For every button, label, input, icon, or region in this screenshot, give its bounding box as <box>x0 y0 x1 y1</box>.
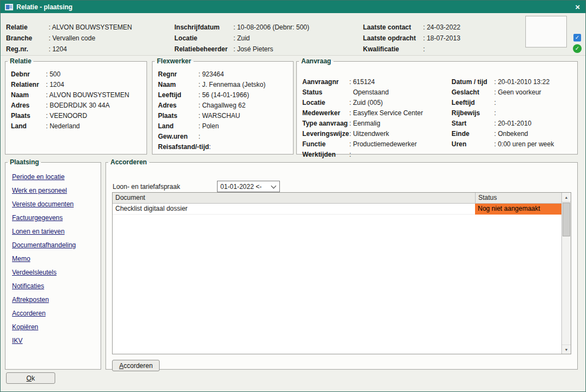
field-row: Kwalificatie: <box>363 44 460 55</box>
fieldset-plaatsing: Plaatsing Periode en locatie Werk en per… <box>5 158 101 370</box>
field-value: : José Pieters <box>233 44 273 55</box>
field-label: Uren <box>452 139 494 150</box>
nav-link-memo[interactable]: Memo <box>12 252 101 266</box>
nav-link-kopieren[interactable]: Kopiëren <box>12 320 101 334</box>
field-label: Naam <box>11 90 46 100</box>
field-value: : Zuid <box>233 33 250 44</box>
field-value: : 10-08-2006 (Debnr: 500) <box>233 22 309 33</box>
field-label: Kwalificatie <box>363 44 423 55</box>
fieldset-legend-aanvraag: Aanvraag <box>299 57 333 65</box>
nav-link-werk-en-personeel[interactable]: Werk en personeel <box>12 184 101 198</box>
fieldset-accorderen: Accorderen Loon- en tariefafspraak 01-01… <box>106 158 578 370</box>
fieldset-legend-plaatsing: Plaatsing <box>8 158 41 166</box>
header-checkbox[interactable]: ✓ <box>573 34 581 41</box>
close-icon[interactable]: × <box>574 3 581 11</box>
field-label: Relatiebeheerder <box>174 44 233 55</box>
nav-link-aftrekposten[interactable]: Aftrekposten <box>12 293 101 307</box>
nav-link-notificaties[interactable]: Notificaties <box>12 280 101 293</box>
field-value: : J. Fennemaa (Jetsko) <box>198 80 266 90</box>
nav-link-accorderen[interactable]: Accorderen <box>12 307 101 320</box>
field-row: Laatste opdracht: 18-07-2013 <box>363 33 460 44</box>
field-row: Debnr: 500 <box>11 69 141 80</box>
nav-link-vereiste-documenten[interactable]: Vereiste documenten <box>12 198 101 211</box>
field-label: Relatienr <box>11 80 46 90</box>
field-value: : 56 (14-01-1966) <box>198 90 249 100</box>
loon-tarief-row: Loon- en tariefafspraak 01-01-2022 <- <box>113 181 280 192</box>
field-row: Leeftijd: <box>452 98 554 108</box>
accorderen-button[interactable]: Accorderen <box>112 360 160 371</box>
field-row: Naam: J. Fennemaa (Jetsko) <box>158 80 288 90</box>
ok-button[interactable]: Ok <box>6 372 55 384</box>
field-label: Adres <box>11 100 46 111</box>
field-row: Relatiebeheerder: José Pieters <box>174 44 309 55</box>
field-value: : Geen voorkeur <box>494 87 541 98</box>
table-body: Checklist digitaal dossier Nog niet aang… <box>113 204 561 354</box>
vertical-scrollbar[interactable]: ▲ ▼ <box>561 193 571 354</box>
field-row: Inschrijfdatum: 10-08-2006 (Debnr: 500) <box>174 22 309 33</box>
scrollbar-thumb[interactable] <box>562 203 570 236</box>
field-value: : <box>494 98 496 108</box>
document-table: Document Status Checklist digitaal dossi… <box>112 192 571 354</box>
field-value: : <box>209 142 210 152</box>
field-row: Relatienr: 1204 <box>11 80 141 90</box>
field-value: : 20-01-2010 13:22 <box>494 77 549 87</box>
table-row[interactable]: Checklist digitaal dossier Nog niet aang… <box>113 204 561 215</box>
field-label: Geslacht <box>452 87 494 98</box>
document-cell: Checklist digitaal dossier <box>113 204 475 215</box>
field-row: Adres: Chagallweg 62 <box>158 100 288 111</box>
field-value: : Uitzendwerk <box>349 129 389 139</box>
field-row: Laatste contact: 24-03-2022 <box>363 22 460 33</box>
field-label: Plaats <box>158 111 198 121</box>
nav-link-ikv[interactable]: IKV <box>12 334 101 348</box>
ok-button-label: Ok <box>26 375 34 382</box>
field-value: : Vervallen code <box>49 33 95 44</box>
scroll-up-button[interactable]: ▲ <box>562 193 571 202</box>
fieldset-legend-flexwerker: Flexwerker <box>155 57 194 65</box>
field-row: Regnr: 923464 <box>158 69 288 80</box>
field-value: : 20-01-2010 <box>494 118 531 129</box>
field-value: : <box>494 108 496 118</box>
field-label: Einde <box>452 129 494 139</box>
field-value: : WARSCHAU <box>198 111 240 121</box>
field-label: Leveringswijze <box>302 129 349 139</box>
field-row: Leveringswijze: Uitzendwerk <box>302 129 423 139</box>
scroll-down-icon: ▼ <box>565 348 569 352</box>
field-row: Status Openstaand <box>302 87 423 98</box>
table-header-row: Document Status <box>113 193 561 204</box>
field-label: Functie <box>302 139 349 150</box>
nav-link-documentafhandeling[interactable]: Documentafhandeling <box>12 239 101 252</box>
aanvraag-right-column: Datum / tijd: 20-01-2010 13:22 Geslacht:… <box>452 77 554 150</box>
photo-placeholder <box>525 16 567 47</box>
header-summary: Relatie: ALVON BOUWSYSTEMEN Branche: Ver… <box>1 13 585 56</box>
header-col-relatie: Relatie: ALVON BOUWSYSTEMEN Branche: Ver… <box>6 22 132 55</box>
field-label: Reisafstand/-tijd <box>158 142 209 152</box>
field-value: : Chagallweg 62 <box>198 100 245 111</box>
field-label: Gew.uren <box>158 132 198 142</box>
field-label: Laatste contact <box>363 22 423 33</box>
field-label: Relatie <box>6 22 49 33</box>
field-row: Geslacht: Geen voorkeur <box>452 87 554 98</box>
field-label: Leeftijd <box>452 98 494 108</box>
field-value: : Onbekend <box>494 129 528 139</box>
field-label: Inschrijfdatum <box>174 22 233 33</box>
nav-link-factuurgegevens[interactable]: Factuurgegevens <box>12 211 101 225</box>
nav-link-periode-en-locatie[interactable]: Periode en locatie <box>12 170 101 184</box>
field-value: : 24-03-2022 <box>423 22 460 33</box>
status-ok-icon[interactable]: ✓ <box>573 44 582 53</box>
field-row: Land: Polen <box>158 121 288 132</box>
dropdown-value: 01-01-2022 <- <box>220 183 262 191</box>
nav-link-lonen-en-tarieven[interactable]: Lonen en tarieven <box>12 225 101 239</box>
window-title: Relatie - plaatsing <box>16 3 73 11</box>
check-icon: ✓ <box>575 46 579 51</box>
scroll-down-button[interactable]: ▼ <box>562 345 571 354</box>
fieldset-legend-accorderen: Accorderen <box>108 158 149 166</box>
field-value: : ALVON BOUWSYSTEMEN <box>46 90 129 100</box>
field-value: : Polen <box>198 121 219 132</box>
field-value: : BOEDRDIJK 30 44A <box>46 100 110 111</box>
loon-tarief-dropdown[interactable]: 01-01-2022 <- <box>217 181 280 192</box>
nav-link-verdeelsleutels[interactable]: Verdeelsleutels <box>12 266 101 280</box>
field-label: Plaats <box>11 111 46 121</box>
field-label: Locatie <box>302 98 349 108</box>
field-label: Adres <box>158 100 198 111</box>
field-row: Uren: 0:00 uren per week <box>452 139 554 150</box>
